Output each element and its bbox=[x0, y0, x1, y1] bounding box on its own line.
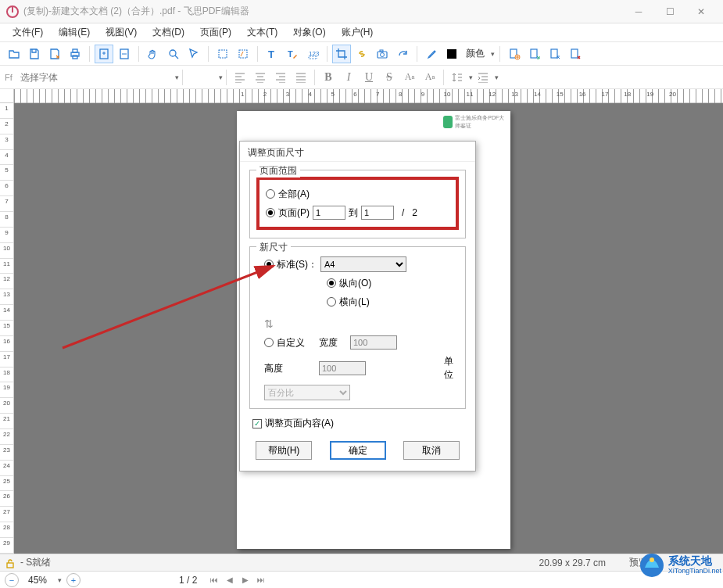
radio-pages[interactable] bbox=[266, 208, 275, 217]
color-dropdown-icon[interactable]: ▾ bbox=[491, 50, 495, 58]
zoom-out-button[interactable]: − bbox=[5, 573, 19, 587]
text-icon[interactable]: T bbox=[263, 45, 281, 63]
zoom-in-button[interactable]: + bbox=[66, 573, 81, 587]
underline-icon[interactable]: U bbox=[359, 69, 379, 86]
indent-icon[interactable] bbox=[473, 69, 493, 86]
superscript-icon[interactable]: Aa bbox=[399, 69, 420, 86]
highlight-box: 全部(A) 页面(P) 到 / 2 bbox=[256, 177, 459, 230]
svg-rect-22 bbox=[7, 563, 13, 568]
print-icon[interactable] bbox=[66, 45, 84, 63]
watermark: 系统天地 XiTongTianDi.net bbox=[639, 552, 721, 579]
separator bbox=[89, 46, 90, 62]
fit-page-icon[interactable] bbox=[95, 45, 113, 63]
bold-icon[interactable]: B bbox=[318, 69, 338, 86]
zoom-bar: − 45% ▾ + 1 / 2 ⏮ ◀ ▶ ⏭ bbox=[0, 571, 723, 588]
menu-page[interactable]: 页面(P) bbox=[192, 23, 239, 41]
italic-icon[interactable]: I bbox=[338, 69, 359, 86]
minimize-button[interactable]: ─ bbox=[623, 2, 654, 21]
separator bbox=[327, 46, 327, 62]
radio-custom[interactable] bbox=[264, 338, 274, 347]
text-vertical-icon[interactable]: 123 bbox=[303, 45, 322, 63]
open-icon[interactable] bbox=[5, 45, 23, 63]
hand-icon[interactable] bbox=[144, 45, 163, 63]
menu-object[interactable]: 对象(O) bbox=[285, 23, 333, 41]
strike-icon[interactable]: S bbox=[379, 69, 399, 86]
font-select[interactable] bbox=[17, 69, 174, 86]
redo-icon[interactable] bbox=[393, 45, 412, 63]
subscript-icon[interactable]: Aa bbox=[420, 69, 440, 86]
watermark-title: 系统天地 bbox=[668, 555, 721, 567]
to-label: 到 bbox=[349, 206, 358, 220]
radio-portrait[interactable] bbox=[327, 278, 336, 288]
separator bbox=[417, 46, 417, 62]
svg-rect-6 bbox=[219, 50, 227, 58]
close-button[interactable]: ✕ bbox=[685, 2, 717, 21]
radio-landscape[interactable] bbox=[327, 297, 336, 307]
page-delete-icon[interactable] bbox=[566, 45, 585, 63]
fit-width-icon[interactable] bbox=[115, 45, 134, 63]
font-dropdown-icon[interactable]: ▾ bbox=[175, 74, 179, 81]
help-button[interactable]: 帮助(H) bbox=[256, 441, 312, 460]
crop-icon[interactable] bbox=[332, 45, 351, 63]
status-bar: - S就绪 20.99 x 29.7 cm 预览 bbox=[0, 554, 723, 571]
select-icon[interactable] bbox=[184, 45, 203, 63]
page-to-input[interactable] bbox=[361, 206, 394, 220]
save-icon[interactable] bbox=[25, 45, 44, 63]
menu-edit[interactable]: 编辑(E) bbox=[51, 23, 98, 41]
ok-button[interactable]: 确定 bbox=[330, 441, 386, 460]
maximize-button[interactable]: ☐ bbox=[654, 2, 685, 21]
radio-all-label: 全部(A) bbox=[278, 188, 310, 201]
select-rect-icon[interactable] bbox=[213, 45, 232, 63]
page-insert-icon[interactable] bbox=[505, 45, 524, 63]
fontsize-select[interactable] bbox=[186, 69, 217, 86]
adjust-content-checkbox[interactable]: ✓ bbox=[252, 419, 262, 428]
swap-icon[interactable]: ⇅ bbox=[264, 317, 319, 330]
menu-bar: 文件(F) 编辑(E) 视图(V) 文档(D) 页面(P) 文本(T) 对象(O… bbox=[0, 23, 723, 42]
paper-select[interactable]: A4 bbox=[320, 256, 406, 272]
separator bbox=[314, 70, 315, 85]
saveas-icon[interactable] bbox=[45, 45, 64, 63]
align-right-icon[interactable] bbox=[270, 69, 291, 86]
link-icon[interactable] bbox=[353, 45, 371, 63]
prev-page-button[interactable]: ◀ bbox=[224, 574, 236, 586]
clip-icon[interactable] bbox=[234, 45, 252, 63]
last-page-button[interactable]: ⏭ bbox=[255, 574, 267, 586]
zoom-value[interactable]: 45% bbox=[23, 575, 52, 586]
height-input[interactable] bbox=[319, 361, 366, 375]
next-page-button[interactable]: ▶ bbox=[239, 574, 252, 586]
first-page-button[interactable]: ⏮ bbox=[208, 574, 220, 586]
align-center-icon[interactable] bbox=[250, 69, 270, 86]
page-add-icon[interactable] bbox=[525, 45, 544, 63]
menu-view[interactable]: 视图(V) bbox=[98, 23, 145, 41]
indent-dropdown-icon[interactable]: ▾ bbox=[495, 74, 499, 81]
menu-text[interactable]: 文本(T) bbox=[239, 23, 285, 41]
page-extract-icon[interactable] bbox=[546, 45, 564, 63]
camera-icon[interactable] bbox=[373, 45, 392, 63]
menu-account[interactable]: 账户(H) bbox=[334, 23, 381, 41]
page-from-input[interactable] bbox=[313, 206, 345, 220]
menu-file[interactable]: 文件(F) bbox=[5, 23, 51, 41]
height-label: 高度 bbox=[264, 362, 319, 375]
page-range-legend: 页面范围 bbox=[256, 164, 300, 177]
lineheight-icon[interactable] bbox=[447, 69, 467, 86]
page-number[interactable]: 1 / 2 bbox=[179, 575, 197, 586]
text-edit-icon[interactable]: T bbox=[283, 45, 302, 63]
color-label: 颜色 bbox=[463, 47, 488, 60]
align-left-icon[interactable] bbox=[230, 69, 250, 86]
width-input[interactable] bbox=[350, 335, 397, 350]
align-justify-icon[interactable] bbox=[291, 69, 311, 86]
svg-rect-19 bbox=[551, 49, 557, 58]
menu-document[interactable]: 文档(D) bbox=[145, 23, 192, 41]
fontsize-dropdown-icon[interactable]: ▾ bbox=[219, 74, 223, 81]
unit-select[interactable]: 百分比 bbox=[264, 385, 350, 400]
radio-standard[interactable] bbox=[264, 260, 274, 269]
eyedropper-icon[interactable] bbox=[422, 45, 441, 63]
radio-all[interactable] bbox=[266, 189, 275, 199]
zoom-icon[interactable] bbox=[164, 45, 183, 63]
zoom-dropdown-icon[interactable]: ▾ bbox=[58, 576, 62, 584]
color-swatch-icon[interactable] bbox=[442, 45, 461, 63]
main-toolbar: T T 123 颜色 ▾ bbox=[0, 42, 723, 66]
cancel-button[interactable]: 取消 bbox=[403, 441, 460, 460]
unit-label: 单位 bbox=[444, 355, 460, 382]
window-title: (复制)-新建文本文档 (2)（合并）.pdf - 飞思PDF编辑器 bbox=[23, 5, 249, 18]
